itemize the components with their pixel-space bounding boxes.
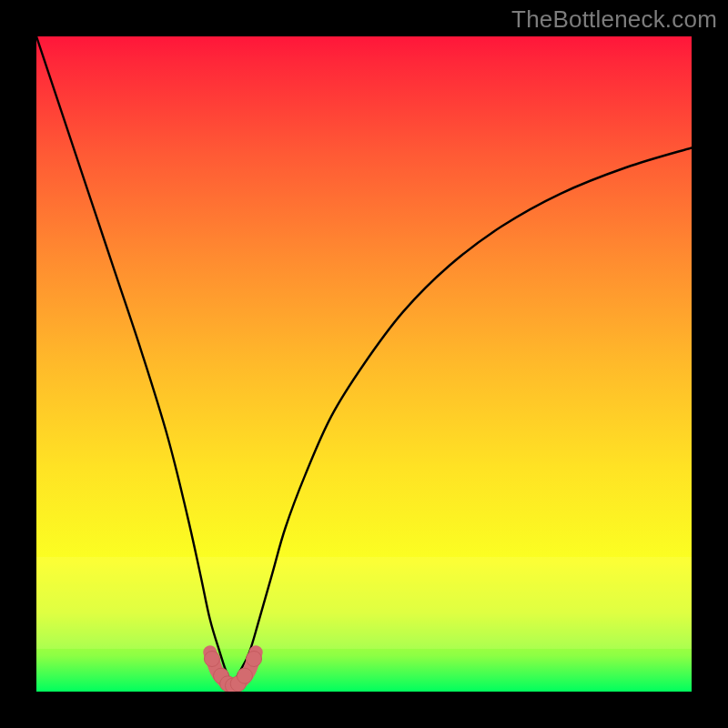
bottleneck-curve [36,36,692,682]
marker-dot [247,652,262,667]
marker-dot [204,652,219,667]
chart-frame: TheBottleneck.com [0,0,728,728]
marker-dot [237,668,252,683]
curve-layer [36,36,692,692]
plot-area [36,36,692,692]
watermark-text: TheBottleneck.com [511,5,717,34]
